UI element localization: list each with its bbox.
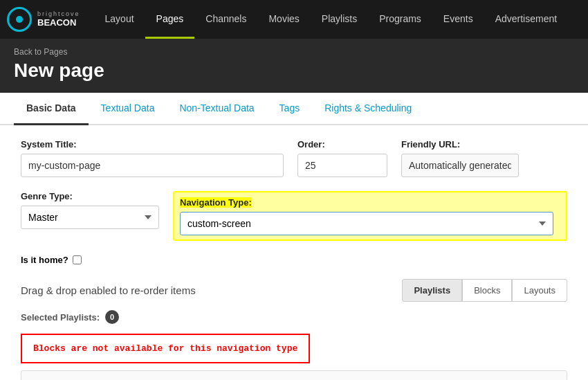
tab-rights-scheduling[interactable]: Rights & Scheduling (312, 93, 424, 125)
field-nav-type: Navigation Type: custom-screen (173, 191, 567, 241)
nav-item-events[interactable]: Events (432, 0, 484, 39)
nav-item-programs[interactable]: Programs (368, 0, 432, 39)
nav-items: Layout Pages Channels Movies Playlists P… (94, 0, 569, 39)
tab-btn-blocks[interactable]: Blocks (462, 279, 512, 302)
tab-btn-playlists[interactable]: Playlists (402, 279, 462, 302)
error-message: Blocks are not available for this naviga… (21, 334, 310, 363)
order-input[interactable] (297, 154, 387, 177)
genre-type-select[interactable]: Master (21, 206, 159, 229)
logo-circle (7, 7, 32, 32)
field-genre-type: Genre Type: Master (21, 191, 159, 229)
breadcrumb[interactable]: Back to Pages (14, 47, 574, 57)
drag-drop-header: Drag & drop enabled to re-order items Pl… (21, 279, 567, 302)
row-genre-nav: Genre Type: Master Navigation Type: cust… (21, 191, 567, 241)
nav-item-layout[interactable]: Layout (94, 0, 145, 39)
nav-type-select[interactable]: custom-screen (180, 212, 553, 235)
nav-item-advertisement[interactable]: Advertisement (484, 0, 568, 39)
drag-drop-title: Drag & drop enabled to re-order items (21, 284, 196, 296)
page-title: New page (14, 60, 574, 82)
selected-playlists-row: Selected Playlists: 0 (21, 310, 567, 324)
drag-drop-section: Drag & drop enabled to re-order items Pl… (21, 279, 567, 380)
row-is-home: Is it home? (21, 255, 567, 265)
nav-item-playlists[interactable]: Playlists (311, 0, 368, 39)
system-title-label: System Title: (21, 139, 284, 150)
friendly-url-input[interactable] (401, 154, 519, 177)
tab-textual-data[interactable]: Textual Data (89, 93, 167, 125)
top-navigation: brightcove BEACON Layout Pages Channels … (0, 0, 588, 39)
logo: brightcove BEACON (7, 7, 80, 32)
is-it-home-checkbox[interactable] (73, 255, 82, 264)
nav-item-pages[interactable]: Pages (145, 0, 195, 39)
tab-non-textual-data[interactable]: Non-Textual Data (167, 93, 266, 125)
playlists-badge: 0 (105, 310, 119, 324)
row-titles: System Title: Order: Friendly URL: (21, 139, 567, 177)
nav-item-movies[interactable]: Movies (257, 0, 310, 39)
logo-text: brightcove BEACON (37, 11, 80, 28)
field-order: Order: (297, 139, 387, 177)
system-title-input[interactable] (21, 154, 284, 177)
order-label: Order: (297, 139, 387, 150)
is-it-home-label: Is it home? (21, 255, 68, 265)
field-friendly-url: Friendly URL: (401, 139, 519, 177)
page-header: Back to Pages New page (0, 39, 588, 93)
content-placeholder (21, 370, 567, 380)
nav-type-highlight: Navigation Type: custom-screen (173, 191, 567, 241)
nav-item-channels[interactable]: Channels (194, 0, 257, 39)
content-area: Basic Data Textual Data Non-Textual Data… (0, 93, 588, 380)
field-system-title: System Title: (21, 139, 284, 177)
form-area: System Title: Order: Friendly URL: Genre… (0, 125, 588, 380)
content-tab-buttons: Playlists Blocks Layouts (402, 279, 567, 302)
tab-btn-layouts[interactable]: Layouts (512, 279, 567, 302)
selected-playlists-label: Selected Playlists: (21, 312, 100, 323)
tab-bar: Basic Data Textual Data Non-Textual Data… (0, 93, 588, 125)
tab-basic-data[interactable]: Basic Data (14, 93, 89, 125)
friendly-url-label: Friendly URL: (401, 139, 519, 150)
tab-tags[interactable]: Tags (267, 93, 313, 125)
genre-type-label: Genre Type: (21, 191, 159, 201)
logo-inner (16, 16, 23, 23)
nav-type-label: Navigation Type: (180, 197, 252, 208)
